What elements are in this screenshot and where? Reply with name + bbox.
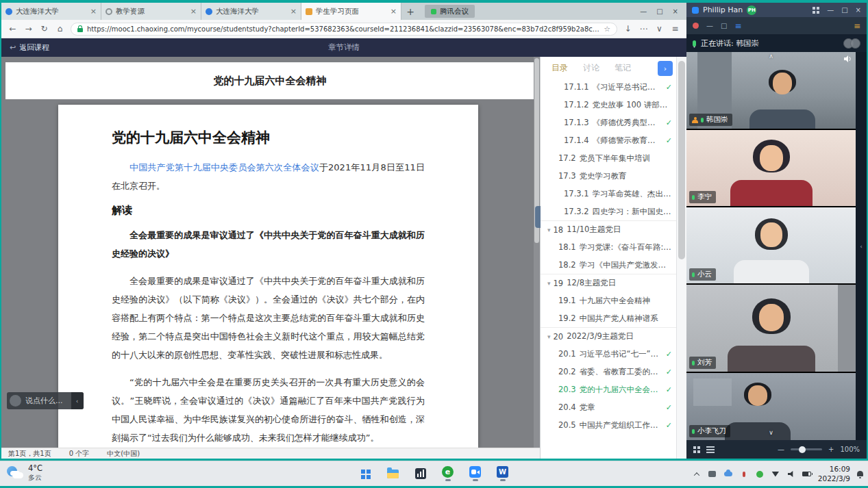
participant-name: 小云 (697, 270, 712, 279)
dock-restore-icon[interactable]: □ (721, 22, 727, 29)
toc-item[interactable]: ▾ 20.5 中国共产党组织工作条例 ✓ (541, 416, 676, 434)
layout-grid-icon[interactable] (813, 7, 819, 14)
gallery-view-icon[interactable] (693, 446, 700, 453)
speaking-indicator-bar: 正在讲话: 韩国崇 (686, 34, 867, 52)
toc-item[interactable]: ▾ 17.1.1 《习近平总书记关于“… ✓ (541, 78, 676, 96)
panel-tab[interactable]: 讨论 (583, 62, 599, 74)
orange-menu-icon[interactable]: ≡ (854, 21, 860, 31)
toc-item[interactable]: ▾ 19.2 中国共产党人精神谱系 ✓ (541, 309, 676, 327)
toc-item[interactable]: ▾ 19 12/8主题党日 ✓ (541, 274, 676, 292)
toc-item[interactable]: ▾ 20.4 党章 ✓ (541, 398, 676, 416)
toc-item[interactable]: ▾ 17.1.2 党史故事 100 讲部分内容 ✓ (541, 96, 676, 114)
expand-icon[interactable]: ∨ (654, 24, 665, 34)
toc-item[interactable]: ▾ 18 11/10主题党日 ✓ (541, 220, 676, 238)
tab-close-icon[interactable]: × (90, 7, 97, 16)
more-options-icon[interactable]: ⋯ (638, 24, 649, 34)
participant-video-tile[interactable]: ∧ 李宁 ∨ (686, 130, 856, 206)
toc-item-number: 17.1.3 (564, 118, 589, 127)
meeting-close-button[interactable]: × (856, 6, 861, 14)
participant-video-tile[interactable]: ∧ 小云 ∨ (686, 207, 856, 283)
toc-item[interactable]: ▾ 19.1 十九届六中全会精神 ✓ (541, 292, 676, 309)
zoom-slider[interactable] (791, 448, 822, 450)
toc-item[interactable]: ▾ 20.2 省委、省教育工委的重要工… ✓ (541, 363, 676, 381)
tencent-meeting-chip[interactable]: 腾讯会议 (425, 5, 475, 18)
zoom-out-button[interactable]: — (778, 446, 784, 453)
toc-item[interactable]: ▾ 17.1.3 《师德优秀典型先进事… ✓ (541, 114, 676, 131)
taskbar-app-button[interactable]: e (438, 463, 458, 485)
taskbar-clock[interactable]: 16:09 2022/3/9 (818, 465, 850, 483)
browser-tab[interactable]: 大连海洋大学 × (1, 3, 101, 20)
toc-item[interactable]: ▾ 20 2022/3/9主题党日 ✓ (541, 327, 676, 345)
new-tab-button[interactable]: + (401, 3, 419, 20)
browser-tab[interactable]: 大连海洋大学 × (201, 3, 301, 20)
taskbar-app-button[interactable] (356, 463, 376, 485)
tray-icon[interactable] (723, 470, 733, 479)
list-view-icon[interactable] (706, 446, 715, 453)
menu-icon[interactable]: ≡ (670, 24, 680, 34)
plenum-link[interactable]: 中国共产党第十九届中央委员会第六次全体会议 (129, 162, 319, 172)
tray-icon[interactable] (786, 470, 796, 479)
toc-item[interactable]: ▾ 18.2 学习《中国共产党激发党建… ✓ (541, 256, 676, 274)
close-button[interactable]: × (673, 8, 678, 15)
collapse-bubble-icon[interactable]: ‹ (71, 392, 84, 409)
toc-item[interactable]: ▾ 18.1 学习党课:《奋斗百年路:启航… ✓ (541, 238, 676, 256)
panel-resize-handle[interactable] (535, 206, 541, 228)
home-button[interactable]: ⌂ (55, 24, 65, 34)
tray-icon[interactable] (739, 470, 749, 479)
weather-widget[interactable]: 4°C 多云 (7, 464, 42, 482)
notification-bell-icon[interactable] (856, 470, 864, 478)
tray-icon[interactable] (692, 470, 702, 479)
taskbar-app-button[interactable] (465, 463, 486, 485)
back-to-course-button[interactable]: ↩ 返回课程 (1, 42, 58, 53)
meeting-minimize-button[interactable]: — (827, 6, 834, 14)
tab-close-icon[interactable]: × (290, 7, 297, 16)
comment-input-bubble[interactable]: 说点什么... ‹ (7, 392, 84, 409)
tab-close-icon[interactable]: × (190, 7, 197, 16)
zoom-slider-knob[interactable] (799, 446, 806, 453)
forward-button[interactable]: → (23, 24, 34, 34)
blue-menu-icon[interactable]: ≡ (734, 21, 741, 31)
tray-icon[interactable] (708, 470, 717, 479)
chapter-bar-title: 章节详情 (1, 42, 686, 53)
browser-toolbar: ← → ↻ ⌂ https://mooc1.chaoxing.com/mycou… (1, 20, 686, 38)
download-icon[interactable]: ↓ (623, 24, 633, 34)
taskbar-app-button[interactable]: W (493, 463, 513, 485)
scroll-down-icon[interactable]: ∨ (769, 429, 773, 436)
toc-item[interactable]: ▾ 17.1.4 《师德警示教育—违反… ✓ (541, 131, 676, 149)
participants-edge-strip[interactable]: ‹ (856, 52, 867, 440)
content-scrollbar[interactable] (534, 57, 540, 448)
tray-icon[interactable] (755, 470, 765, 479)
maximize-button[interactable]: □ (656, 8, 662, 15)
toc-item[interactable]: ▾ 17.3 党史学习教育 ✓ (541, 167, 676, 185)
toc-item[interactable]: ▾ 17.2 党员下半年集中培训 ✓ (541, 149, 676, 167)
zoom-in-button[interactable]: + (828, 446, 834, 453)
taskbar-app-button[interactable] (410, 463, 431, 485)
back-button[interactable]: ← (8, 24, 18, 34)
panel-tab[interactable]: 目录 (551, 62, 568, 74)
toc-item[interactable]: ▾ 20.1 习近平总书记“七一”重要… ✓ (541, 345, 676, 363)
participant-video-tile[interactable]: ∧ 韩国崇 ∨ (686, 52, 856, 129)
participant-video-tile[interactable]: ∧ 小李飞刀 ∨ (686, 373, 856, 440)
toc-item[interactable]: ▾ 17.3.1 学习革命英雄、杰出建… ✓ (541, 185, 676, 203)
browser-scrollbar[interactable] (676, 57, 686, 459)
toc-item-number: 18 (554, 225, 564, 235)
refresh-button[interactable]: ↻ (39, 24, 49, 34)
scrollbar-thumb[interactable] (678, 61, 685, 259)
panel-tab[interactable]: 笔记 (615, 62, 631, 74)
dock-minimize-icon[interactable]: — (706, 22, 713, 29)
meeting-maximize-button[interactable]: □ (841, 6, 847, 14)
taskbar-app-button[interactable] (383, 463, 404, 485)
browser-tab[interactable]: 学生学习页面 × (301, 3, 401, 20)
toc-item[interactable]: ▾ 17.3.2 四史学习：新中国史部… ✓ (541, 203, 676, 220)
toc-item[interactable]: ▾ 20.3 党的十九届六中全会精神 ✓ (541, 381, 676, 398)
tray-icon[interactable] (802, 470, 812, 479)
minimize-button[interactable]: — (640, 8, 647, 15)
panel-collapse-button[interactable]: › (658, 61, 673, 76)
address-bar[interactable]: https://mooc1.chaoxing.com/mycourse/stud… (71, 23, 617, 36)
browser-tab[interactable]: 教学资源 × (101, 3, 201, 20)
bookmark-star-icon[interactable]: ☆ (604, 25, 610, 34)
scroll-up-icon[interactable]: ∧ (769, 53, 773, 60)
tray-icon[interactable] (771, 470, 780, 479)
tab-close-icon[interactable]: × (390, 7, 397, 16)
participant-video-tile[interactable]: ∧ 刘芳 ∨ (686, 285, 856, 372)
